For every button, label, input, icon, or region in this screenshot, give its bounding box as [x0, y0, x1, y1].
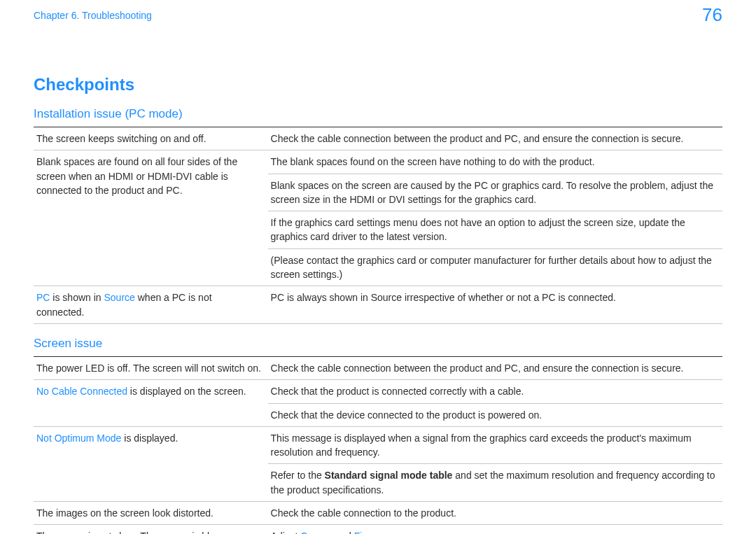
table-row: The screen keeps switching on and off.Ch…	[34, 127, 722, 150]
table-row: The images on the screen look distorted.…	[34, 502, 722, 525]
solution-cell: Check that the product is connected corr…	[268, 380, 722, 403]
solution-cell: If the graphics card settings menu does …	[268, 211, 722, 249]
issue-cell: Blank spaces are found on all four sides…	[34, 150, 268, 286]
text-segment: Source	[104, 292, 135, 303]
text-segment: Check that the device connected to the p…	[271, 409, 542, 421]
issue-cell: The power LED is off. The screen will no…	[34, 356, 268, 379]
solution-cell: PC is always shown in Source irrespectiv…	[268, 286, 722, 324]
page-number: 76	[702, 4, 722, 26]
text-segment: The screen keeps switching on and off.	[36, 133, 206, 144]
table-row: The power LED is off. The screen will no…	[34, 356, 722, 379]
issue-cell: No Cable Connected is displayed on the s…	[34, 380, 268, 427]
text-segment: Check the cable connection between the p…	[271, 133, 684, 144]
solution-cell: Blank spaces on the screen are caused by…	[268, 174, 722, 211]
table-row: Blank spaces are found on all four sides…	[34, 150, 722, 174]
text-segment: PC is always shown in Source irrespectiv…	[271, 292, 616, 303]
text-segment: Check that the product is connected corr…	[271, 386, 524, 397]
solution-cell: Check the cable connection between the p…	[268, 356, 722, 379]
issue-cell: The screen is not clear. The screen is b…	[34, 525, 268, 534]
text-segment: Refer to the	[271, 470, 325, 481]
text-segment: PC	[36, 292, 50, 303]
table-row: PC is shown in Source when a PC is not c…	[34, 286, 722, 324]
solution-cell: Check that the device connected to the p…	[268, 403, 722, 426]
table-row: Not Optimum Mode is displayed.This messa…	[34, 426, 722, 464]
troubleshooting-table: The power LED is off. The screen will no…	[34, 356, 722, 534]
text-segment: No Cable Connected	[36, 386, 127, 397]
solution-cell: Check the cable connection between the p…	[268, 127, 722, 150]
text-segment: Adjust	[271, 531, 301, 534]
issue-cell: The images on the screen look distorted.	[34, 502, 268, 525]
section-heading: Installation issue (PC mode)	[34, 107, 722, 121]
text-segment: and	[332, 531, 354, 534]
section-heading: Screen issue	[34, 337, 722, 351]
solution-cell: (Please contact the graphics card or com…	[268, 248, 722, 286]
text-segment: The screen is not clear. The screen is b…	[36, 531, 228, 534]
text-segment: The power LED is off. The screen will no…	[36, 363, 261, 374]
text-segment: The blank spaces found on the screen hav…	[271, 156, 595, 167]
text-segment: This message is displayed when a signal …	[271, 433, 692, 458]
text-segment: Fine	[354, 531, 373, 534]
solution-cell: The blank spaces found on the screen hav…	[268, 150, 722, 174]
solution-cell: Check the cable connection to the produc…	[268, 502, 722, 525]
text-segment: Blank spaces on the screen are caused by…	[271, 180, 713, 205]
troubleshooting-table: The screen keeps switching on and off.Ch…	[34, 127, 722, 324]
table-row: The screen is not clear. The screen is b…	[34, 525, 722, 534]
text-segment: .	[373, 531, 376, 534]
text-segment: Coarse	[300, 531, 332, 534]
text-segment: If the graphics card settings menu does …	[271, 217, 685, 242]
text-segment: is displayed.	[121, 433, 178, 444]
table-row: No Cable Connected is displayed on the s…	[34, 380, 722, 403]
text-segment: The images on the screen look distorted.	[36, 507, 214, 519]
text-segment: Blank spaces are found on all four sides…	[36, 156, 237, 196]
text-segment: (Please contact the graphics card or com…	[271, 255, 712, 280]
issue-cell: Not Optimum Mode is displayed.	[34, 426, 268, 501]
solution-cell: Refer to the Standard signal mode table …	[268, 464, 722, 502]
text-segment: is shown in	[50, 292, 104, 303]
issue-cell: The screen keeps switching on and off.	[34, 127, 268, 150]
text-segment: Not Optimum Mode	[36, 433, 121, 444]
text-segment: Check the cable connection between the p…	[271, 363, 684, 374]
text-segment: Standard signal mode table	[325, 470, 453, 481]
text-segment: Check the cable connection to the produc…	[271, 507, 456, 519]
text-segment: is displayed on the screen.	[127, 386, 246, 397]
chapter-label: Chapter 6. Troubleshooting	[34, 10, 152, 21]
solution-cell: Adjust Coarse and Fine.	[268, 525, 722, 534]
page-title: Checkpoints	[34, 75, 722, 94]
issue-cell: PC is shown in Source when a PC is not c…	[34, 286, 268, 324]
solution-cell: This message is displayed when a signal …	[268, 426, 722, 464]
